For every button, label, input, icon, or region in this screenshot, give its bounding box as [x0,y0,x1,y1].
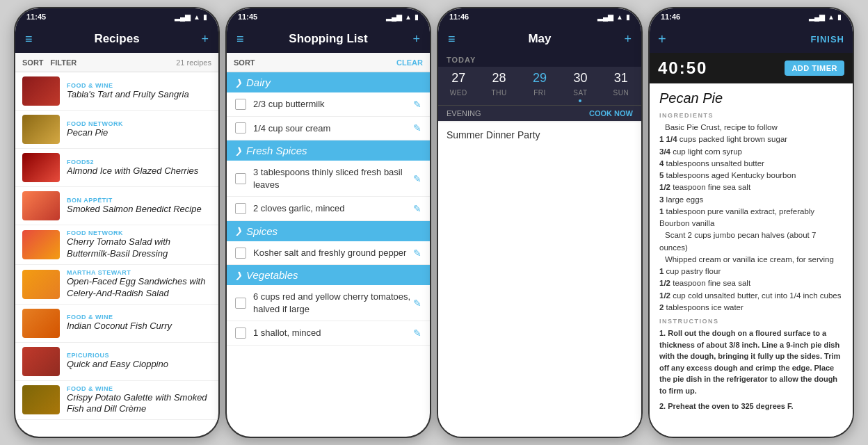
item-checkbox[interactable] [235,203,246,214]
phone-calendar: 11:46 ▂▄▆ ▲ ▮ ≡ May + TODAY 27 WED 28 TH… [437,7,643,438]
add-item-button[interactable]: + [412,32,420,47]
recipe-list-item[interactable]: FOOD & WINE Crispy Potato Galette with S… [15,381,218,421]
item-checkbox[interactable] [235,99,246,110]
sort-button-1[interactable]: SORT [22,58,44,67]
time-3: 11:46 [449,13,469,21]
recipe-list-item[interactable]: FOOD NETWORK Cherry Tomato Salad with Bu… [15,225,218,265]
week-day-column[interactable]: 27 WED [438,71,479,102]
ingredient-item: 3/4 cup light corn syrup [659,146,843,158]
recipe-info: FOOD & WINE Crispy Potato Galette with S… [67,385,211,416]
section-chevron: ❯ [235,78,242,88]
menu-icon-3[interactable]: ≡ [448,32,456,47]
item-checkbox[interactable] [235,327,246,339]
ingredient-item: Basic Pie Crust, recipe to follow [659,122,843,134]
section-chevron: ❯ [235,226,242,236]
recipe-info: FOOD NETWORK Cherry Tomato Salad with Bu… [67,229,211,260]
edit-icon[interactable]: ✎ [413,122,421,134]
week-day-column[interactable]: 28 THU [479,71,519,102]
status-bar-3: 11:46 ▂▄▆ ▲ ▮ [438,8,641,25]
edit-icon[interactable]: ✎ [413,248,421,259]
day-name: SAT [573,89,587,97]
ingredient-qty: 1 1/4 [659,135,677,143]
clear-button[interactable]: CLEAR [396,58,423,67]
shopping-list-item[interactable]: 3 tablespoons thinly sliced fresh basil … [227,161,430,197]
ingredient-text: Whipped cream or vanilla ice cream, for … [659,255,834,264]
shopping-list-item[interactable]: 1 shallot, minced ✎ [227,321,430,346]
recipe-thumbnail [22,115,60,144]
day-name: THU [492,89,507,97]
edit-icon[interactable]: ✎ [413,99,421,110]
add-event-button[interactable]: + [624,32,632,47]
finish-button[interactable]: FINISH [810,34,844,44]
ingredient-text: tablespoons ice water [666,303,744,312]
ingredient-text: cup pastry flour [666,267,721,275]
cook-now-button[interactable]: COOK NOW [589,109,633,118]
recipe-source: FOOD & WINE [67,314,211,321]
recipe-thumbnail [22,76,60,106]
recipe-list-item[interactable]: FOOD & WINE Indian Coconut Fish Curry [15,305,218,343]
add-timer-button[interactable]: ADD TIMER [785,60,844,76]
recipe-list-item[interactable]: FOOD NETWORK Pecan Pie [15,111,218,149]
ingredient-text: teaspoon fine sea salt [673,279,750,287]
day-number: 30 [560,71,600,86]
week-day-column[interactable]: 31 SUN [601,71,641,102]
shopping-list-item[interactable]: 2 cloves garlic, minced ✎ [227,197,430,221]
plus-icon[interactable]: + [658,31,666,47]
recipe-list-item[interactable]: MARTHA STEWART Open-Faced Egg Sandwiches… [15,265,218,305]
recipe-thumbnail [22,385,60,414]
add-recipe-button[interactable]: + [201,32,209,47]
sub-bar-2: SORT CLEAR [227,53,430,72]
filter-button[interactable]: FILTER [51,58,77,67]
recipe-info: FOOD52 Almond Ice with Glazed Cherries [67,159,211,177]
today-bar: TODAY [438,53,641,67]
menu-icon-1[interactable]: ≡ [25,32,33,47]
day-number: 29 [520,71,560,86]
ingredient-text: large eggs [666,195,704,204]
recipe-list-item[interactable]: EPICURIOUS Quick and Easy Cioppino [15,343,218,381]
calendar-events: Summer Dinner Party [438,121,641,437]
recipe-list-item[interactable]: FOOD & WINE Tabla's Tart and Fruity Sang… [15,72,218,111]
shopping-list-item[interactable]: 6 cups red and yellow cherry tomatoes, h… [227,285,430,321]
recipe-list-item[interactable]: FOOD52 Almond Ice with Glazed Cherries [15,149,218,187]
item-text: 2/3 cup buttermilk [253,98,413,111]
item-checkbox[interactable] [235,173,246,184]
edit-icon[interactable]: ✎ [413,298,421,309]
instruction-step: 1. Roll out the dough on a floured surfa… [659,327,843,396]
item-checkbox[interactable] [235,122,246,134]
item-checkbox[interactable] [235,298,246,309]
recipe-info: FOOD & WINE Indian Coconut Fish Curry [67,314,211,332]
recipe-count: 21 recipes [176,58,211,67]
nav-title-1: Recipes [94,32,139,46]
recipe-source: MARTHA STEWART [67,269,211,276]
shopping-list-item[interactable]: 2/3 cup buttermilk ✎ [227,92,430,117]
week-day-column[interactable]: 29 FRI [520,71,560,102]
shopping-list-item[interactable]: 1/4 cup sour cream ✎ [227,117,430,141]
step-number: 1. [659,329,666,337]
ingredient-qty: 3 [659,195,664,204]
evening-bar: EVENING COOK NOW [438,105,641,121]
recipe-thumbnail [22,309,60,338]
ingredient-qty: 1/2 [659,291,670,300]
shopping-list-item[interactable]: Kosher salt and freshly ground pepper ✎ [227,241,430,266]
week-day-column[interactable]: 30 SAT [560,71,600,102]
edit-icon[interactable]: ✎ [413,203,421,214]
ingredient-text: Basic Pie Crust, recipe to follow [659,123,778,131]
timer-display: 40:50 [658,58,707,78]
recipe-info: BON APPÉTIT Smoked Salmon Benedict Recip… [67,197,211,216]
time-4: 11:46 [661,13,680,21]
edit-icon[interactable]: ✎ [413,173,421,184]
section-chevron: ❯ [235,270,242,280]
recipe-source: FOOD NETWORK [67,120,211,127]
event-title[interactable]: Summer Dinner Party [447,129,633,140]
menu-icon-2[interactable]: ≡ [236,32,244,47]
recipe-name: Smoked Salmon Benedict Recipe [67,204,211,216]
recipe-name: Almond Ice with Glazed Cherries [67,165,211,177]
ingredient-qty: 4 [659,159,664,168]
recipe-list-item[interactable]: BON APPÉTIT Smoked Salmon Benedict Recip… [15,187,218,225]
recipe-source: EPICURIOUS [67,352,211,359]
sort-button-2[interactable]: SORT [234,58,255,67]
edit-icon[interactable]: ✎ [413,327,421,339]
section-chevron: ❯ [235,146,242,156]
item-checkbox[interactable] [235,248,246,259]
battery-icon-2: ▮ [415,13,419,21]
